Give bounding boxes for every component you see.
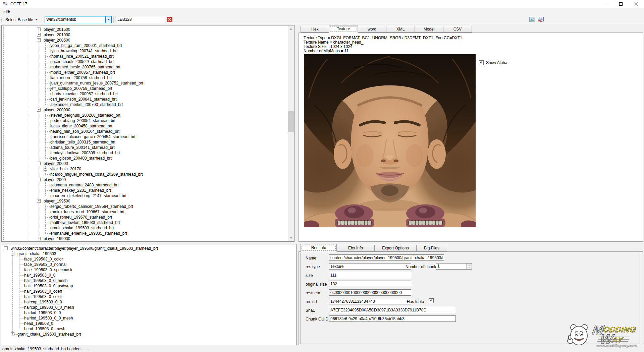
scroll-up-icon[interactable]: ▲ (288, 26, 294, 32)
show-alpha-option[interactable]: Show Alpha (479, 60, 507, 65)
export-table-icon[interactable] (538, 17, 544, 22)
tree-item[interactable]: ramiro_funes_mori_199667_starhead_brt (2, 209, 288, 215)
collapse-icon[interactable]: − (37, 178, 41, 181)
tree-item[interactable]: yoon_bit_ga_ram_200601_starhead_brt (2, 43, 288, 48)
tree-item[interactable]: hair_199503_0_0 (1, 273, 296, 278)
base-file-combobox[interactable]: Win32/contentsb (45, 16, 112, 23)
tab-texture[interactable]: Texture (329, 25, 358, 33)
name-input[interactable] (329, 254, 444, 261)
tree-item[interactable]: emile_heskey_2231_starhead_brt (2, 188, 288, 193)
tab-word[interactable]: word (358, 26, 386, 33)
number-of-chunks-stepper[interactable]: 1 ▲▼ (436, 263, 472, 270)
tree-item[interactable]: −player_20000 (2, 161, 288, 166)
res-type-input[interactable] (329, 263, 411, 270)
tree-item[interactable]: muhamed_besic_200765_starhead_brt (2, 64, 288, 70)
tree-item[interactable]: hair_199503_0_color (1, 294, 296, 299)
expand-icon[interactable]: + (11, 332, 14, 336)
tree-item[interactable]: haircap_199503_0_0 (1, 299, 296, 305)
collapse-icon[interactable]: − (4, 246, 8, 250)
tree-item[interactable]: head_199503_0_mesh (1, 326, 296, 332)
scroll-down-icon[interactable]: ▼ (288, 235, 294, 241)
tree-item[interactable]: hair_199503_0_0_psdwrap (1, 283, 296, 289)
tree-item[interactable]: jeff_schlupp_200759_starhead_brt (2, 86, 288, 91)
tree-item[interactable]: juan_guilherme_nunes_jesus_200752_starhe… (2, 80, 288, 86)
maximize-button[interactable] (613, 0, 629, 8)
tree-item[interactable]: hair_199503_0_coeff (1, 289, 296, 294)
tree-item[interactable]: −player_200000 (2, 107, 288, 113)
collapse-icon[interactable]: − (37, 162, 41, 165)
collapse-icon[interactable]: − (37, 108, 41, 112)
tree-item[interactable]: face_199503_0_specmask (1, 267, 296, 273)
tab-res-info[interactable]: Res Info (301, 244, 337, 252)
tree-item[interactable]: sergio_roberto_camicer_199564_starhead_b… (2, 204, 288, 209)
tree-item[interactable]: −player_200500 (2, 38, 288, 43)
tree-item[interactable]: ben_gibson_200408_starhead_brt (2, 156, 288, 161)
spin-down-icon[interactable]: ▼ (467, 267, 472, 270)
collapse-icon[interactable]: − (37, 38, 41, 42)
spin-up-icon[interactable]: ▲ (467, 263, 472, 267)
tree-item[interactable]: maarten_stekelenburg_2147_starhead_brt (2, 193, 288, 198)
tab-big-files[interactable]: Big Files (416, 245, 447, 251)
tree-item[interactable]: francisco_alcacer_garcia_200454_starhead… (2, 134, 288, 139)
sha1-input[interactable] (329, 307, 455, 313)
collapse-icon[interactable]: − (37, 199, 41, 203)
tree-item[interactable]: adama_toure_200141_starhead_brt (2, 145, 288, 150)
tree-item[interactable]: tyias_browning_200741_starhead_brt (2, 48, 288, 54)
tree-item[interactable]: steven_berghuis_200260_starhead_brt (2, 113, 288, 118)
tab-export-options[interactable]: Export Options (374, 245, 417, 251)
tree-item[interactable]: +vitor_baia_20170 (2, 166, 288, 172)
chunk-guid-input[interactable] (329, 315, 456, 322)
tree-item[interactable]: lucas_digne_200458_starhead_brt (2, 123, 288, 129)
size-input[interactable] (329, 272, 411, 278)
tree-item[interactable]: ricardo_miguel_moreira_costa_20209_starh… (2, 172, 288, 177)
tree-item[interactable]: hairlod_199503_0_0_mesh (1, 315, 296, 321)
combo-dropdown-button[interactable] (105, 16, 111, 23)
collapse-icon[interactable]: − (11, 252, 14, 255)
tree-item[interactable]: −win32/content/character/player/player_1… (1, 246, 296, 251)
tree-item[interactable]: heung_min_son_200104_starhead_brt (2, 129, 288, 134)
tree-item[interactable]: matthew_lowton_199633_starhead_brt (2, 220, 288, 225)
expand-icon[interactable]: + (37, 237, 41, 240)
tree-item[interactable]: mortiz_leitner_200857_starhead_brt (2, 70, 288, 75)
export-image-icon[interactable] (529, 17, 535, 22)
tree-item[interactable]: −granit_xhaka_199503 (1, 251, 296, 256)
tab-xml[interactable]: XML (386, 26, 415, 33)
tree-item[interactable]: hairlod_199503_0_0 (1, 310, 296, 315)
tree-item[interactable]: +player_201000 (2, 32, 288, 38)
tree-item[interactable]: alexander_merkel_200700_starhead_brt (2, 102, 288, 107)
show-alpha-checkbox[interactable] (479, 60, 484, 65)
tree-item[interactable]: thomas_ince_200521_starhead_brt (2, 54, 288, 59)
tree-item[interactable]: charis_mavrias_200957_starhead_brt (2, 91, 288, 97)
resmeta-input[interactable] (329, 289, 411, 296)
tree-item[interactable]: −player_2000 (2, 177, 288, 182)
tree-item[interactable]: carl_jenkinson_200841_starhead_brt (2, 97, 288, 102)
has-idata-checkbox[interactable] (429, 298, 434, 303)
tab-ebx-info[interactable]: Ebx Info (336, 245, 375, 251)
close-file-icon[interactable] (167, 17, 172, 22)
tab-hex[interactable]: Hex (301, 26, 329, 33)
tree-item[interactable]: zoumana_camara_2488_starhead_brt (2, 182, 288, 188)
tree-item[interactable]: +granit_xhaka_199503_starhead_brt (1, 332, 296, 337)
tree-item[interactable]: nacer_chadli_200529_starhead_brt (2, 59, 288, 64)
res-rid-input[interactable] (329, 298, 411, 304)
tree-item[interactable]: emmanuel_emenike_199835_starhead_brt (2, 231, 288, 236)
tree-item[interactable]: oriol_romeu_199576_starhead_brt (2, 215, 288, 220)
original-size-input[interactable] (329, 281, 411, 287)
tree-item[interactable]: tendayi_darikwa_200309_starhead_brt (2, 150, 288, 156)
tree-item[interactable]: face_199503_0_color (1, 256, 296, 262)
minimize-button[interactable] (598, 0, 613, 8)
close-button[interactable] (629, 0, 644, 8)
select-base-file-button[interactable]: Select Base file (3, 16, 40, 23)
tree-item[interactable]: haircap_199503_0_0_mesh (1, 305, 296, 310)
tree-item[interactable]: hair_199503_0_0_mesh (1, 278, 296, 283)
tree-item[interactable]: +player_201500 (2, 27, 288, 32)
tree-item[interactable]: +player_199000 (2, 236, 288, 241)
tree-item[interactable]: face_199503_0_normal (1, 262, 296, 267)
expand-icon[interactable]: + (37, 27, 41, 31)
tree-item[interactable]: liam_moore_200758_starhead_brt (2, 75, 288, 80)
tree-item[interactable]: pedro_obiang_200054_starhead_brt (2, 118, 288, 123)
scrollbar-thumb[interactable] (288, 111, 294, 132)
vertical-scrollbar[interactable]: ▲ ▼ (288, 26, 294, 241)
expand-icon[interactable]: + (44, 167, 47, 171)
tree-item[interactable]: head_199503_0 (1, 321, 296, 326)
